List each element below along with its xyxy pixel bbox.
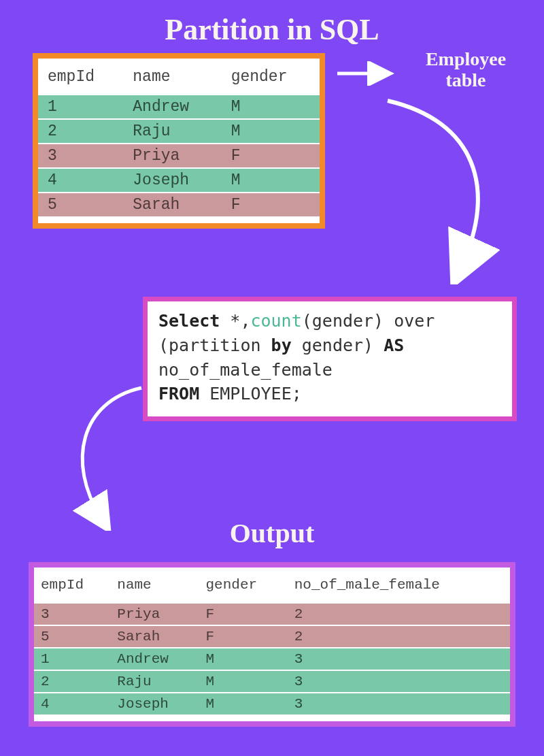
sql-text: gender) <box>292 335 384 355</box>
cell-no_of_male_female: 3 <box>288 693 510 715</box>
cell-gender: F <box>222 144 320 168</box>
output-title: Output <box>0 517 544 549</box>
table-header-row: empId name gender <box>38 61 320 95</box>
col-count: no_of_male_female <box>288 570 510 603</box>
output-table: empId name gender no_of_male_female 3Pri… <box>29 562 515 727</box>
col-gender: gender <box>222 61 320 95</box>
cell-name: Joseph <box>123 168 221 193</box>
cell-empId: 3 <box>34 603 110 625</box>
table-row: 2RajuM3 <box>34 670 510 693</box>
cell-no_of_male_female: 3 <box>288 648 510 670</box>
table-row: 4JosephM3 <box>34 693 510 715</box>
cell-gender: F <box>199 603 288 625</box>
cell-name: Sarah <box>123 193 221 217</box>
cell-name: Raju <box>110 670 199 693</box>
col-name: name <box>123 61 221 95</box>
cell-gender: M <box>222 95 320 119</box>
arrow-right-icon <box>335 61 396 86</box>
sql-keyword: by <box>271 335 292 355</box>
cell-gender: F <box>222 193 320 217</box>
employee-label-line1: Employee <box>426 48 506 69</box>
cell-gender: M <box>222 119 320 144</box>
cell-empId: 4 <box>38 168 123 193</box>
cell-no_of_male_female: 2 <box>288 603 510 625</box>
sql-text: (gender) over <box>302 311 435 331</box>
cell-no_of_male_female: 3 <box>288 670 510 693</box>
cell-gender: M <box>199 648 288 670</box>
cell-empId: 5 <box>38 193 123 217</box>
table-row: 5SarahF2 <box>34 625 510 648</box>
sql-code: Select *,count(gender) over(partition by… <box>158 311 435 404</box>
col-gender: gender <box>199 570 288 603</box>
output-table-grid: empId name gender no_of_male_female 3Pri… <box>34 570 510 716</box>
sql-text: *, <box>230 311 250 331</box>
arrow-curve-down-icon <box>360 87 503 284</box>
cell-gender: F <box>199 625 288 648</box>
cell-empId: 5 <box>34 625 110 648</box>
cell-empId: 1 <box>34 648 110 670</box>
table-header-row: empId name gender no_of_male_female <box>34 570 510 603</box>
table-row: 4JosephM <box>38 168 320 193</box>
cell-name: Joseph <box>110 693 199 715</box>
cell-name: Andrew <box>123 95 221 119</box>
cell-empId: 2 <box>34 670 110 693</box>
table-row: 3PriyaF <box>38 144 320 168</box>
table-row: 5SarahF <box>38 193 320 217</box>
sql-function: count <box>250 311 301 331</box>
sql-keyword: AS <box>384 335 404 355</box>
page-title: Partition in SQL <box>0 0 544 47</box>
employee-table: empId name gender 1AndrewM2RajuM3PriyaF4… <box>33 53 325 229</box>
cell-gender: M <box>222 168 320 193</box>
table-row: 1AndrewM3 <box>34 648 510 670</box>
table-row: 3PriyaF2 <box>34 603 510 625</box>
cell-gender: M <box>199 670 288 693</box>
sql-text: no_of_male_female <box>158 360 333 380</box>
sql-text: EMPLOYEE; <box>199 384 302 404</box>
cell-name: Andrew <box>110 648 199 670</box>
employee-table-grid: empId name gender 1AndrewM2RajuM3PriyaF4… <box>38 61 320 218</box>
cell-empId: 1 <box>38 95 123 119</box>
col-name: name <box>110 570 199 603</box>
cell-gender: M <box>199 693 288 715</box>
cell-empId: 3 <box>38 144 123 168</box>
cell-name: Sarah <box>110 625 199 648</box>
cell-name: Priya <box>110 603 199 625</box>
cell-empId: 2 <box>38 119 123 144</box>
sql-text: (partition <box>158 335 271 355</box>
cell-empId: 4 <box>34 693 110 715</box>
col-empid: empId <box>34 570 110 603</box>
sql-query-box: Select *,count(gender) over(partition by… <box>143 297 517 421</box>
cell-name: Raju <box>123 119 221 144</box>
table-row: 2RajuM <box>38 119 320 144</box>
col-empid: empId <box>38 61 123 95</box>
table-row: 1AndrewM <box>38 95 320 119</box>
sql-keyword: Select <box>158 311 230 331</box>
employee-table-label: Employee table <box>405 49 527 91</box>
sql-keyword: FROM <box>158 384 199 404</box>
cell-no_of_male_female: 2 <box>288 625 510 648</box>
cell-name: Priya <box>123 144 221 168</box>
